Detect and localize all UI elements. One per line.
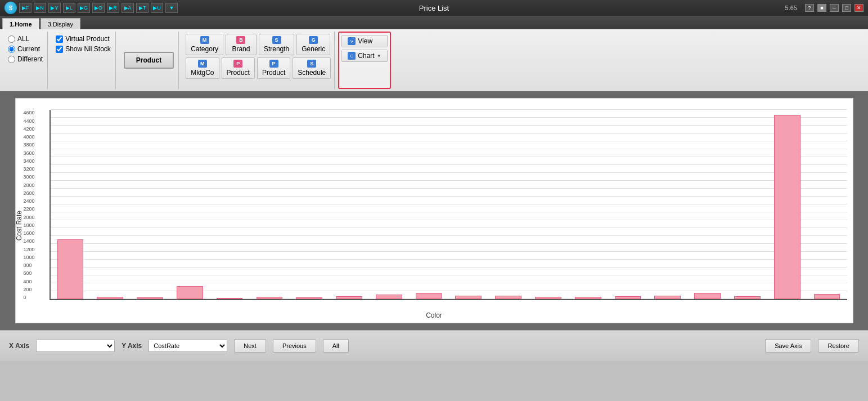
next-button[interactable]: Next xyxy=(234,339,266,353)
ytick-4200: 4200 xyxy=(24,126,47,132)
close-button[interactable]: ✕ xyxy=(854,4,863,12)
schedule-icon: S xyxy=(307,60,316,68)
nav-category[interactable]: M Category xyxy=(186,34,223,55)
toolbar-btn-4[interactable]: ▶L xyxy=(63,3,75,13)
settings-button[interactable]: ■ xyxy=(817,4,826,12)
nav-schedule[interactable]: S Schedule xyxy=(293,57,331,79)
maximize-button[interactable]: □ xyxy=(842,4,851,12)
nav-strength[interactable]: S Strength xyxy=(259,34,294,55)
toolbar-btn-8[interactable]: ▶A xyxy=(122,3,134,13)
checkbox-group: Virtual Product Show Nil Stock xyxy=(51,32,116,89)
nav-mktgco[interactable]: M MktgCo xyxy=(186,57,219,79)
chart-dropdown-arrow: ▼ xyxy=(377,54,381,59)
bar-5 xyxy=(257,297,283,299)
filter-group: ALL Current Different xyxy=(3,32,48,89)
ytick-4600: 4600 xyxy=(24,110,47,115)
bar-group-19 xyxy=(807,110,847,299)
view-label: View xyxy=(358,37,372,45)
toolbar-btn-6[interactable]: ▶O xyxy=(92,3,105,13)
nav-buttons-group: M Category B Brand S Strength G Generic … xyxy=(182,32,335,89)
ytick-3400: 3400 xyxy=(24,158,47,164)
category-icon: M xyxy=(200,36,209,44)
title-bar: S ▶F ▶N ▶Y ▶L ▶G ▶O ▶R ▶A ▶T ▶U ▼ Price … xyxy=(0,0,868,16)
bottom-bar: X Axis Y Axis CostRate Next Previous All… xyxy=(0,330,868,361)
window-title: Price List xyxy=(419,4,449,12)
filter-all[interactable]: ALL xyxy=(8,35,43,43)
toolbar-btn-5[interactable]: ▶G xyxy=(78,3,90,13)
toolbar-btn-dropdown[interactable]: ▼ xyxy=(165,3,178,13)
chart-button[interactable]: C Chart ▼ xyxy=(341,50,387,62)
bar-group-8 xyxy=(369,110,409,299)
toolbar-btn-2[interactable]: ▶N xyxy=(34,3,46,13)
product1-icon: P xyxy=(233,60,242,68)
bar-group-3 xyxy=(170,110,210,299)
filter-all-radio[interactable] xyxy=(8,35,15,43)
virtual-product-checkbox[interactable] xyxy=(56,35,63,43)
filter-all-label: ALL xyxy=(17,35,29,43)
filter-current-radio[interactable] xyxy=(8,46,15,53)
x-axis-select[interactable] xyxy=(36,340,115,352)
restore-button[interactable]: Restore xyxy=(818,339,859,353)
product-button[interactable]: Product xyxy=(124,52,174,69)
bar-group-0 xyxy=(51,110,91,299)
show-nil-stock-label: Show Nil Stock xyxy=(65,45,111,53)
chart-container: Cost Rate 0 200 400 600 800 1000 1200 14… xyxy=(0,91,868,330)
bar-13 xyxy=(575,297,601,299)
product-button-group: Product xyxy=(119,32,179,89)
bar-group-18 xyxy=(767,110,807,299)
nav-row-1: M Category B Brand S Strength G Generic xyxy=(186,34,331,55)
version-label: 5.65 xyxy=(785,5,797,11)
ytick-3000: 3000 xyxy=(24,174,47,180)
minimize-button[interactable]: ─ xyxy=(830,4,839,12)
bar-group-9 xyxy=(409,110,449,299)
help-button[interactable]: ? xyxy=(805,4,814,12)
bar-15 xyxy=(654,296,681,299)
show-nil-stock-check[interactable]: Show Nil Stock xyxy=(56,45,111,53)
bar-group-15 xyxy=(647,110,687,299)
chart-inner: Cost Rate 0 200 400 600 800 1000 1200 14… xyxy=(15,98,853,323)
toolbar-btn-1[interactable]: ▶F xyxy=(19,3,32,13)
product2-label: Product xyxy=(262,69,285,77)
virtual-product-check[interactable]: Virtual Product xyxy=(56,35,111,43)
bar-group-1 xyxy=(90,110,130,299)
toolbar-btn-3[interactable]: ▶Y xyxy=(48,3,61,13)
mktgco-label: MktgCo xyxy=(191,69,214,77)
toolbar-btn-9[interactable]: ▶T xyxy=(136,3,149,13)
generic-label: Generic xyxy=(302,45,325,53)
chart-label: Chart xyxy=(358,52,374,60)
filter-different-label: Different xyxy=(17,55,43,63)
ribbon-content: ALL Current Different Virtual Product Sh… xyxy=(0,29,868,91)
ytick-600: 600 xyxy=(24,270,47,276)
y-axis-select[interactable]: CostRate xyxy=(149,340,227,352)
nav-generic[interactable]: G Generic xyxy=(296,34,330,55)
ytick-3800: 3800 xyxy=(24,142,47,148)
nav-product-1[interactable]: P Product xyxy=(222,57,255,79)
view-button[interactable]: V View xyxy=(341,35,387,47)
nav-product-2[interactable]: P Product xyxy=(257,57,290,79)
ytick-1200: 1200 xyxy=(24,247,47,252)
nav-brand[interactable]: B Brand xyxy=(226,34,257,55)
bar-group-12 xyxy=(528,110,568,299)
ytick-4000: 4000 xyxy=(24,134,47,140)
toolbar-btn-7[interactable]: ▶R xyxy=(107,3,119,13)
tab-display[interactable]: 3.Display xyxy=(41,18,80,29)
show-nil-stock-checkbox[interactable] xyxy=(56,46,63,53)
toolbar-btn-10[interactable]: ▶U xyxy=(151,3,163,13)
previous-button[interactable]: Previous xyxy=(273,339,316,353)
bar-4 xyxy=(217,298,243,299)
product1-label: Product xyxy=(227,69,250,77)
filter-current[interactable]: Current xyxy=(8,45,43,53)
brand-icon: B xyxy=(236,36,245,44)
bar-group-4 xyxy=(210,110,250,299)
y-ticks: 0 200 400 600 800 1000 1200 1400 1600 18… xyxy=(24,110,47,300)
save-axis-button[interactable]: Save Axis xyxy=(765,339,811,353)
all-button[interactable]: All xyxy=(323,339,349,353)
filter-different-radio[interactable] xyxy=(8,56,15,63)
filter-different[interactable]: Different xyxy=(8,55,43,63)
bar-11 xyxy=(495,296,521,299)
category-label: Category xyxy=(191,45,218,53)
tab-home[interactable]: 1.Home xyxy=(2,18,39,29)
bar-0 xyxy=(57,239,84,299)
chart-plot xyxy=(50,110,847,300)
ytick-1800: 1800 xyxy=(24,222,47,228)
